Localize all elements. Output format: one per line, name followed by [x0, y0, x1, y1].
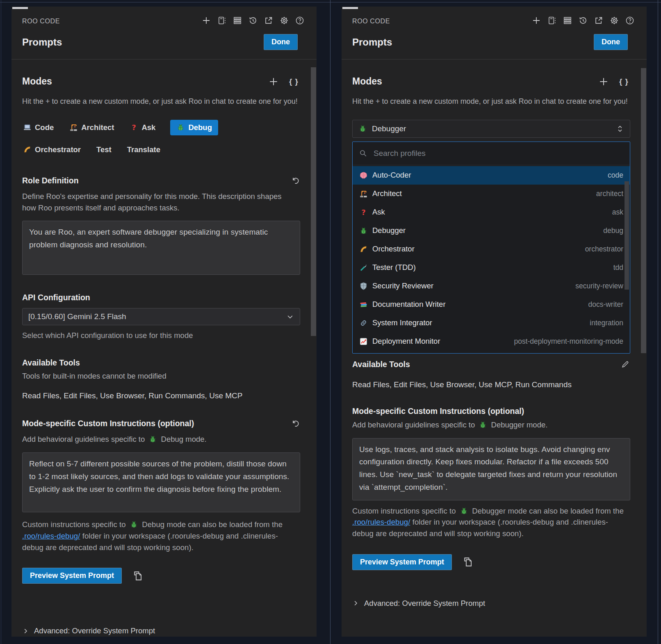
link-icon [359, 319, 368, 327]
profile-list-item[interactable]: Architect architect [353, 185, 630, 203]
profile-name: Deployment Monitor [372, 337, 440, 346]
role-definition-textarea[interactable]: You are Roo, an expert software debugger… [22, 221, 300, 275]
question-icon: ? [359, 208, 368, 217]
available-tools-list: Read Files, Edit Files, Use Browser, Run… [22, 391, 301, 400]
mode-select-value: Debugger [372, 124, 406, 133]
profile-list-item[interactable]: Security Reviewer security-review [353, 277, 630, 295]
profile-list-item[interactable]: Tester (TDD) tdd [353, 258, 630, 277]
revert-icon[interactable] [290, 176, 300, 186]
profile-list-item[interactable]: Deployment Monitor post-deployment-monit… [353, 332, 630, 351]
plus-icon [532, 16, 541, 27]
copy-icon[interactable] [463, 557, 473, 567]
profile-list-item[interactable]: System Integrator integration [353, 314, 630, 332]
notebook-icon [217, 16, 226, 27]
editor-group-divider [330, 0, 330, 644]
edit-tools-pencil-icon[interactable] [620, 359, 630, 370]
profile-list-item[interactable]: Documentation Writer docs-writer [353, 295, 630, 314]
revert-icon[interactable] [290, 418, 300, 429]
available-tools-title: Available Tools [352, 360, 410, 369]
advanced-override-toggle[interactable]: Advanced: Override System Prompt [352, 599, 631, 608]
roo-code-panel-left: ROO CODE Prompts Done Modes { } Hit the … [11, 7, 317, 637]
chevron-right-icon [352, 600, 359, 607]
pen-icon [359, 263, 368, 272]
page-title: Prompts [22, 37, 62, 48]
notebook-icon [547, 16, 556, 27]
panel-scrollbar[interactable] [311, 67, 316, 336]
done-button[interactable]: Done [594, 34, 628, 50]
custom-instructions-title: Mode-specific Custom Instructions (optio… [352, 406, 631, 416]
profile-name: Architect [372, 189, 402, 198]
preview-row: Preview System Prompt [352, 554, 631, 570]
rules-folder-link[interactable]: .roo/rules-debug/ [352, 518, 410, 526]
profile-dropdown: Auto-Coder code Architect architect ? As… [352, 142, 630, 354]
mode-select[interactable]: Debugger [352, 120, 630, 138]
add-mode-button[interactable] [269, 77, 278, 87]
panel-scrollbar[interactable] [641, 68, 646, 353]
profile-list-item[interactable]: Orchestrator orchestrator [353, 240, 630, 258]
prompts-content: Modes { } Hit the + to create a new cust… [11, 59, 317, 635]
dropdown-scrollbar[interactable] [625, 181, 629, 290]
profile-slug: docs-writer [588, 300, 623, 309]
window-right-border [658, 0, 658, 644]
copy-icon[interactable] [132, 571, 143, 581]
profile-slug: integration [590, 319, 623, 327]
preview-system-prompt-button[interactable]: Preview System Prompt [352, 554, 452, 570]
api-configuration-value: [0.15/0.60] Gemini 2.5 Flash [28, 312, 126, 321]
mode-tab[interactable]: Test [96, 142, 112, 158]
server-icon [563, 16, 572, 27]
mode-tab[interactable]: Translate [126, 142, 161, 158]
api-configuration-select[interactable]: [0.15/0.60] Gemini 2.5 Flash [22, 308, 300, 325]
profile-list-item[interactable]: Auto-Coder code [353, 166, 630, 185]
add-mode-button[interactable] [599, 77, 609, 87]
mode-tab[interactable]: Orchestrator [22, 142, 82, 158]
profile-slug: security-review [575, 282, 623, 290]
bug-icon [176, 123, 185, 132]
advanced-override-label: Advanced: Override System Prompt [34, 626, 155, 635]
mode-tab-label: Architect [81, 123, 114, 132]
chevron-right-icon [22, 628, 29, 635]
role-definition-title: Role Definition [22, 176, 79, 185]
custom-instructions-textarea[interactable]: Use logs, traces, and stack analysis to … [352, 438, 630, 500]
advanced-override-toggle[interactable]: Advanced: Override System Prompt [22, 626, 301, 635]
bug-icon [460, 507, 468, 515]
custom-instructions-footnote: Custom instructions specific to Debugger… [352, 505, 628, 539]
mode-tab[interactable]: Code [22, 120, 55, 135]
toolbar [531, 16, 634, 26]
profile-name: Documentation Writer [372, 300, 446, 309]
svg-text:?: ? [361, 208, 366, 217]
prompts-content: Modes { } Hit the + to create a new cust… [342, 59, 647, 608]
modes-hint: Hit the + to create a new custom mode, o… [352, 96, 631, 107]
done-button[interactable]: Done [264, 34, 298, 50]
edit-modes-json-button[interactable]: { } [619, 77, 629, 86]
page-title: Prompts [352, 37, 392, 48]
advanced-override-label: Advanced: Override System Prompt [364, 599, 485, 608]
edit-modes-json-button[interactable]: { } [289, 77, 299, 86]
rules-folder-link[interactable]: .roo/rules-debug/ [22, 532, 80, 540]
mode-tab-label: Orchestrator [35, 145, 81, 154]
popout-icon [594, 16, 603, 27]
custom-instructions-hint: Add behavioral guidelines specific to De… [22, 434, 293, 445]
modes-hint: Hit the + to create a new custom mode, o… [22, 96, 301, 107]
profile-slug: architect [596, 190, 623, 198]
custom-instructions-section: Mode-specific Custom Instructions (optio… [352, 406, 631, 539]
profile-name: Ask [372, 208, 385, 217]
svg-text:?: ? [132, 123, 137, 132]
profile-list-item[interactable]: ? Ask ask [353, 203, 630, 222]
chevron-down-icon [286, 313, 294, 321]
profile-list-item[interactable]: Debugger debug [353, 222, 630, 240]
custom-instructions-textarea[interactable]: Reflect on 5-7 different possible source… [22, 452, 300, 512]
available-tools-note: Tools for built-in modes cannot be modif… [22, 372, 301, 381]
mode-tab[interactable]: Debug [170, 120, 218, 135]
profile-name: Security Reviewer [372, 281, 433, 290]
mode-tab[interactable]: ? Ask [129, 120, 156, 135]
boomerang-icon [359, 245, 368, 253]
question-icon: ? [130, 123, 138, 132]
page-header: Prompts Done [342, 26, 647, 58]
brain-icon [359, 171, 368, 180]
vscode-editor-area: ROO CODE Prompts Done Modes { } Hit the … [0, 0, 661, 644]
profile-search-input[interactable] [373, 148, 623, 158]
profile-slug: code [608, 171, 623, 180]
mode-tab[interactable]: Architect [68, 120, 115, 135]
preview-system-prompt-button[interactable]: Preview System Prompt [22, 568, 122, 584]
panel-titlebar: ROO CODE [342, 7, 647, 26]
